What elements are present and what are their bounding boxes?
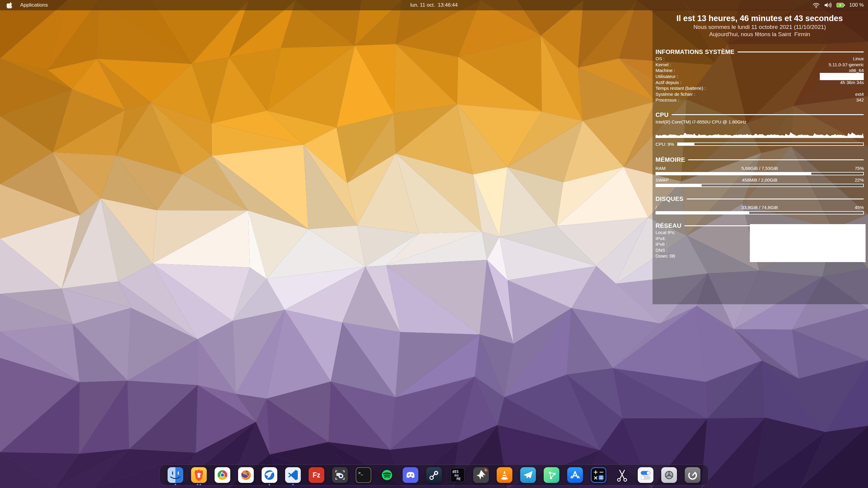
firefox-icon — [238, 467, 254, 483]
svg-text:Fz: Fz — [313, 471, 320, 479]
system-info-row: Utilisateur : — [655, 73, 864, 79]
dock-item-toggles[interactable] — [638, 467, 653, 483]
dock-item-spotify[interactable] — [379, 467, 395, 483]
meter-percent: 45% — [812, 204, 864, 210]
system-info-row: OS :Linux — [655, 56, 864, 62]
dock-item-screenshot[interactable] — [332, 467, 348, 483]
graph-icon — [544, 467, 559, 483]
conky-saint-line: Aujourd'hui, nous fêtons la Saint Firmin — [655, 31, 864, 38]
dock-item-gauge[interactable] — [685, 467, 701, 483]
dock-item-vlc[interactable] — [497, 467, 513, 483]
system-info-row: Système de fichier :ext4 — [655, 91, 864, 97]
running-indicator — [269, 484, 270, 485]
header-rule — [738, 52, 864, 53]
cpu-usage-graph — [655, 127, 864, 138]
meter-label: SWAP — [655, 177, 708, 183]
dock-item-calculator[interactable] — [591, 467, 607, 483]
volume-icon[interactable] — [824, 1, 832, 9]
dock-item-terminal[interactable]: >_ — [355, 467, 371, 483]
conky-date-line: Nous sommes le lundi 11 octobre 2021 (11… — [655, 24, 864, 30]
dock-item-settings[interactable] — [661, 467, 677, 483]
header-rule — [688, 159, 864, 160]
dock-item-finder[interactable] — [167, 467, 183, 483]
finder-icon — [167, 467, 183, 483]
svg-text:>_: >_ — [358, 470, 363, 475]
system-info-row: Actif depuis :4h 36m 34s — [655, 79, 864, 86]
meter-value: 5,68GiB / 7,53GiB — [708, 165, 812, 171]
dock-item-desmume[interactable]: dES mu ME — [450, 467, 465, 483]
dock-item-brave[interactable] — [191, 467, 207, 483]
dock-item-thunderbird[interactable] — [261, 467, 277, 483]
dock-item-steam[interactable] — [426, 467, 442, 483]
gauge-icon — [685, 467, 701, 483]
system-info-row: Processus :342 — [655, 97, 864, 103]
dock-item-scissors[interactable] — [614, 467, 630, 483]
dock-item-inkscape[interactable] — [473, 467, 489, 483]
meter-percent: 75% — [812, 165, 864, 171]
info-label: Kernel : — [655, 62, 671, 68]
dock-item-chrome[interactable] — [215, 467, 230, 483]
cpu-usage-label: CPU: 9% — [655, 141, 674, 147]
info-label: OS : — [655, 56, 664, 62]
screenshot-icon — [332, 467, 348, 483]
system-info-row: Kernel :5.11.0-37-generic — [655, 62, 864, 68]
info-label: Processus : — [655, 97, 679, 103]
cpu-usage-meter: CPU: 9% — [655, 141, 864, 147]
dock-item-discord[interactable] — [403, 467, 418, 483]
steam-icon — [426, 467, 442, 483]
applications-menu[interactable]: Applications — [20, 2, 48, 8]
info-value: 342 — [856, 97, 864, 103]
scissors-icon — [614, 467, 630, 483]
dock-item-appstore[interactable] — [567, 467, 583, 483]
terminal-icon: >_ — [355, 467, 371, 483]
running-indicator — [292, 484, 294, 485]
dock-item-telegram[interactable] — [520, 467, 536, 483]
brave-icon — [191, 467, 207, 483]
conky-time-title: Il est 13 heures, 46 minutes et 43 secon… — [655, 13, 864, 23]
info-value: 4h 36m 34s — [840, 79, 864, 86]
meter-value: 458MiB / 2,00GiB — [708, 177, 812, 183]
battery-charging-icon[interactable] — [836, 2, 845, 8]
meter-percent: 22% — [812, 177, 864, 183]
dock-item-graph[interactable] — [544, 467, 559, 483]
meter-label: RAM — [655, 165, 708, 171]
battery-percent-label: 100 % — [849, 2, 864, 8]
toggles-icon — [638, 467, 653, 483]
meter-value: 33,8GiB / 74,8GiB — [708, 204, 812, 210]
cpu-usage-bar — [677, 142, 864, 146]
info-label: Utilisateur : — [655, 73, 678, 79]
info-value: 5.11.0-37-generic — [829, 62, 864, 68]
appstore-icon — [567, 467, 583, 483]
disk-meters: / 33,8GiB / 74,8GiB 45% — [655, 204, 864, 215]
header-rule — [687, 198, 864, 199]
meter-label: / — [655, 204, 708, 210]
spotify-icon — [379, 467, 395, 483]
inkscape-icon — [473, 467, 489, 483]
ram-meter: RAM 5,68GiB / 7,53GiB 75% — [655, 165, 864, 175]
system-section-header: INFORMATIONS SYSTÈME — [655, 48, 864, 56]
menubar-clock[interactable]: lun. 11 oct. 13:46:44 — [410, 2, 458, 8]
calculator-icon — [591, 467, 607, 483]
dock-item-firefox[interactable] — [238, 467, 254, 483]
meter-bar — [655, 172, 864, 175]
vscode-icon — [285, 467, 301, 483]
info-label: Machine : — [655, 67, 675, 73]
info-label: Temps restant (batterie) : — [655, 85, 706, 91]
info-label: Actif depuis : — [655, 79, 681, 86]
info-value: Linux — [853, 56, 864, 62]
-meter: / 33,8GiB / 74,8GiB 45% — [655, 204, 864, 215]
memory-section-header: MÉMOIRE — [655, 156, 864, 164]
system-info-row: Temps restant (batterie) : — [655, 85, 864, 91]
dock-item-vscode[interactable] — [285, 467, 301, 483]
swap-meter: SWAP 458MiB / 2,00GiB 22% — [655, 177, 864, 187]
meter-bar — [655, 211, 864, 215]
svg-text:ME: ME — [457, 477, 461, 481]
wifi-icon[interactable] — [812, 1, 820, 9]
info-value: ext4 — [855, 91, 864, 97]
dock-item-filezilla[interactable]: Fz — [309, 467, 324, 483]
menubar-status-area: 100 % — [812, 0, 864, 10]
cpu-sparkline — [655, 127, 864, 138]
desmume-icon: dES mu ME — [450, 467, 465, 483]
filezilla-icon: Fz — [309, 467, 324, 483]
apple-menu-icon[interactable] — [7, 1, 12, 8]
